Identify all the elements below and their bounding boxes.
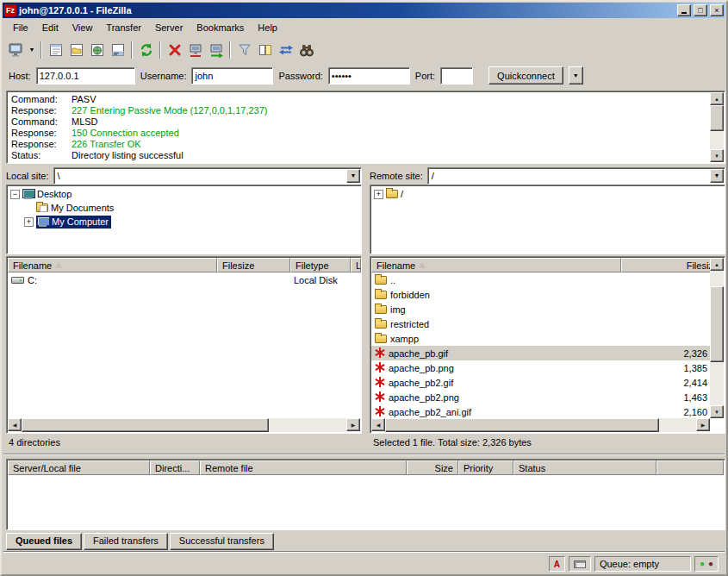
combo-dropdown-icon[interactable]: ▼ xyxy=(710,169,724,183)
column-size[interactable]: Size xyxy=(407,460,458,475)
remote-file-row[interactable]: restricted xyxy=(371,316,710,331)
remote-file-row[interactable]: forbidden xyxy=(371,287,710,302)
scroll-thumb[interactable] xyxy=(22,418,269,432)
scroll-down-icon[interactable]: ▼ xyxy=(710,149,724,162)
scroll-thumb[interactable] xyxy=(385,418,659,432)
disconnect-button[interactable] xyxy=(185,40,205,59)
collapse-icon[interactable]: − xyxy=(10,190,20,199)
keypad-indicator[interactable] xyxy=(569,556,591,572)
toggle-log-button[interactable] xyxy=(46,40,65,59)
log-scrollbar[interactable]: ▲ ▼ xyxy=(710,92,724,162)
scroll-right-icon[interactable]: ▶ xyxy=(696,418,710,431)
username-input[interactable] xyxy=(191,67,273,85)
reconnect-button[interactable] xyxy=(206,40,226,59)
column-filename[interactable]: Filename xyxy=(8,258,217,272)
scroll-left-icon[interactable]: ◀ xyxy=(371,418,385,431)
compare-button[interactable] xyxy=(255,40,275,59)
pane-splitter[interactable] xyxy=(362,166,370,434)
menu-transfer[interactable]: Transfer xyxy=(99,21,148,35)
column-filename[interactable]: Filename xyxy=(371,258,621,272)
toggle-remote-tree-button[interactable] xyxy=(87,40,107,59)
combo-dropdown-icon[interactable]: ▼ xyxy=(346,169,360,183)
tree-item-desktop[interactable]: − Desktop xyxy=(7,187,361,201)
minimize-button[interactable] xyxy=(677,4,691,16)
menu-view[interactable]: View xyxy=(65,21,100,35)
folder-icon xyxy=(375,291,387,299)
filter-button[interactable] xyxy=(234,40,254,59)
column-filetype[interactable]: Filetype xyxy=(290,258,351,272)
quickconnect-button[interactable]: Quickconnect xyxy=(488,66,563,85)
remote-file-row[interactable]: apache_pb.png 1,385 xyxy=(371,360,710,375)
log-line: Response:150 Connection accepted xyxy=(11,128,707,139)
scroll-thumb[interactable] xyxy=(710,105,724,131)
maximize-button[interactable]: □ xyxy=(694,4,707,16)
my-computer-icon xyxy=(37,216,49,228)
local-tree[interactable]: − Desktop My Documents + My Computer xyxy=(6,185,362,254)
toggle-queue-button[interactable] xyxy=(108,40,128,59)
scroll-up-icon[interactable]: ▲ xyxy=(710,92,724,105)
remote-hscroll[interactable]: ◀ ▶ xyxy=(371,418,710,432)
password-input[interactable] xyxy=(328,67,410,85)
remote-file-row[interactable]: xampp xyxy=(371,331,710,346)
cancel-button[interactable] xyxy=(165,40,184,59)
tree-item-root[interactable]: + / xyxy=(370,187,725,201)
expand-icon[interactable]: + xyxy=(24,217,34,227)
filter-icon xyxy=(237,42,252,58)
refresh-button[interactable] xyxy=(136,40,156,59)
column-server-local-file[interactable]: Server/Local file xyxy=(8,460,150,475)
tab-queued-files[interactable]: Queued files xyxy=(6,533,82,550)
menu-bookmarks[interactable]: Bookmarks xyxy=(190,21,251,35)
queue-tabs: Queued files Failed transfers Successful… xyxy=(6,533,274,550)
titlebar[interactable]: Fz john@127.0.0.1 - FileZilla □ × xyxy=(3,3,725,18)
sync-browsing-button[interactable] xyxy=(276,40,296,59)
site-manager-button[interactable] xyxy=(6,40,26,59)
queue-body[interactable] xyxy=(8,475,724,529)
scroll-up-icon[interactable]: ▲ xyxy=(710,258,724,271)
remote-file-row[interactable]: apache_pb2.gif 2,414 xyxy=(371,375,710,390)
scroll-left-icon[interactable]: ◀ xyxy=(8,418,22,431)
remote-tree[interactable]: + / xyxy=(370,185,725,254)
local-hscroll[interactable]: ◀ ▶ xyxy=(8,418,360,432)
toggle-log-icon xyxy=(48,42,64,58)
menu-server[interactable]: Server xyxy=(148,21,190,35)
scroll-right-icon[interactable]: ▶ xyxy=(346,418,360,431)
expand-icon[interactable]: + xyxy=(374,190,383,199)
filezilla-window: Fz john@127.0.0.1 - FileZilla □ × File E… xyxy=(0,0,728,576)
column-truncated[interactable]: L xyxy=(351,258,361,272)
port-input[interactable] xyxy=(440,67,473,85)
local-site-combo[interactable]: \▼ xyxy=(53,167,362,185)
tx-led-icon: ● xyxy=(708,560,713,568)
remote-vscroll[interactable]: ▲ ▼ xyxy=(710,258,724,418)
column-status[interactable]: Status xyxy=(513,460,656,475)
remote-file-row-selected[interactable]: apache_pb.gif 2,326 xyxy=(371,346,710,360)
close-button[interactable]: × xyxy=(710,4,724,16)
remote-file-row[interactable]: .. xyxy=(371,272,710,287)
local-file-row[interactable]: C: Local Disk xyxy=(8,272,360,287)
column-priority[interactable]: Priority xyxy=(458,460,513,475)
tab-failed-transfers[interactable]: Failed transfers xyxy=(84,533,168,550)
menu-file[interactable]: File xyxy=(6,21,35,35)
host-input[interactable] xyxy=(36,67,135,85)
find-button[interactable] xyxy=(296,40,316,59)
column-filesize[interactable]: Filesize xyxy=(217,258,290,272)
remote-file-row[interactable]: apache_pb2.png 1,463 xyxy=(371,390,710,404)
remote-file-row[interactable]: img xyxy=(371,302,710,316)
quickconnect-dropdown-button[interactable]: ▼ xyxy=(569,66,583,85)
column-direction[interactable]: Directi... xyxy=(150,460,200,475)
tab-successful-transfers[interactable]: Successful transfers xyxy=(170,533,274,550)
tree-item-my-computer[interactable]: + My Computer xyxy=(7,215,361,229)
remote-file-row[interactable]: apache_pb2_ani.gif 2,160 xyxy=(371,404,710,418)
site-manager-dropdown-button[interactable]: ▼ xyxy=(27,40,37,59)
transfer-mode-indicator[interactable]: A xyxy=(549,556,565,572)
remote-site-combo[interactable]: /▼ xyxy=(427,167,725,185)
menu-help[interactable]: Help xyxy=(251,21,284,35)
column-remote-file[interactable]: Remote file xyxy=(200,460,407,475)
toggle-local-tree-button[interactable] xyxy=(66,40,86,59)
scroll-down-icon[interactable]: ▼ xyxy=(710,405,724,418)
ascii-mode-icon: A xyxy=(554,560,560,569)
column-filesize[interactable]: Filesize xyxy=(621,258,724,272)
tree-item-my-documents[interactable]: My Documents xyxy=(7,201,361,215)
menu-edit[interactable]: Edit xyxy=(35,21,65,35)
log-line: Command:PASV xyxy=(11,94,707,105)
scroll-thumb[interactable] xyxy=(710,286,724,362)
